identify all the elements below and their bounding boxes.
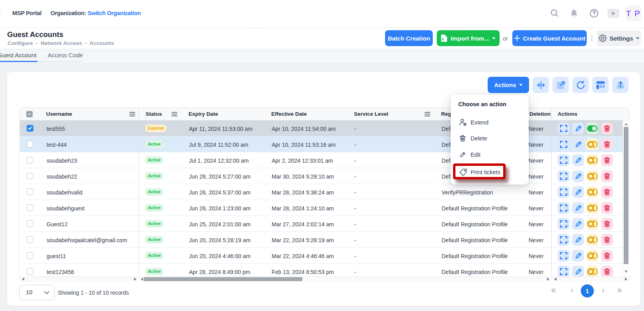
svg-text:x: x	[442, 37, 444, 41]
